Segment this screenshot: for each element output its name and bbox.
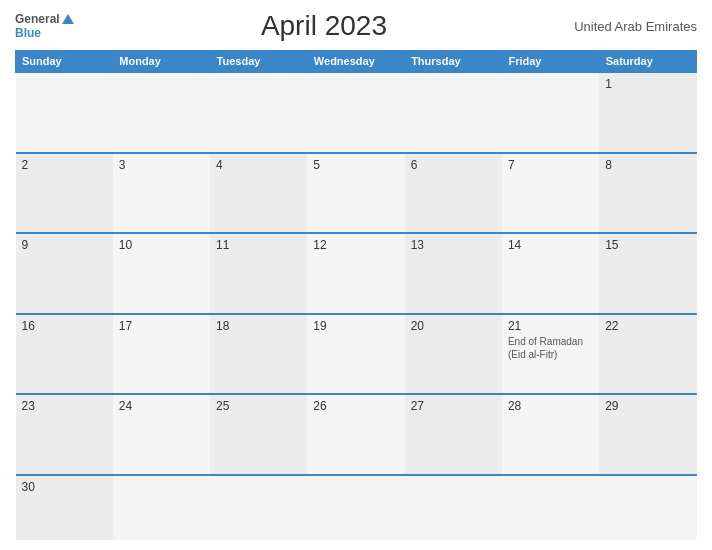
cal-cell: 11	[210, 233, 307, 314]
cal-cell: 19	[307, 314, 404, 395]
cal-cell	[113, 475, 210, 540]
cal-cell: 8	[599, 153, 696, 234]
day-number: 17	[119, 319, 204, 333]
day-number: 29	[605, 399, 690, 413]
day-number: 11	[216, 238, 301, 252]
cal-cell	[307, 72, 404, 153]
day-number: 18	[216, 319, 301, 333]
day-header-saturday: Saturday	[599, 51, 696, 73]
cal-cell	[405, 72, 502, 153]
day-header-thursday: Thursday	[405, 51, 502, 73]
week-row-0: 1	[16, 72, 697, 153]
cal-cell: 29	[599, 394, 696, 475]
cal-cell: 30	[16, 475, 113, 540]
day-number: 6	[411, 158, 496, 172]
cal-cell: 2	[16, 153, 113, 234]
day-number: 23	[22, 399, 107, 413]
day-number: 22	[605, 319, 690, 333]
day-number: 1	[605, 77, 690, 91]
cal-cell: 16	[16, 314, 113, 395]
holiday-label: End of Ramadan (Eid al-Fitr)	[508, 335, 593, 361]
cal-cell: 18	[210, 314, 307, 395]
cal-cell	[113, 72, 210, 153]
cal-cell: 22	[599, 314, 696, 395]
day-number: 26	[313, 399, 398, 413]
cal-cell	[210, 72, 307, 153]
cal-cell	[307, 475, 404, 540]
calendar-title: April 2023	[261, 10, 387, 42]
cal-cell: 1	[599, 72, 696, 153]
day-number: 13	[411, 238, 496, 252]
cal-cell: 4	[210, 153, 307, 234]
cal-cell: 9	[16, 233, 113, 314]
day-header-row: SundayMondayTuesdayWednesdayThursdayFrid…	[16, 51, 697, 73]
cal-cell: 20	[405, 314, 502, 395]
day-number: 27	[411, 399, 496, 413]
cal-cell	[502, 72, 599, 153]
day-number: 20	[411, 319, 496, 333]
day-header-sunday: Sunday	[16, 51, 113, 73]
day-number: 25	[216, 399, 301, 413]
cal-cell: 14	[502, 233, 599, 314]
cal-cell: 5	[307, 153, 404, 234]
cal-cell	[405, 475, 502, 540]
day-number: 2	[22, 158, 107, 172]
day-number: 12	[313, 238, 398, 252]
day-header-tuesday: Tuesday	[210, 51, 307, 73]
day-number: 8	[605, 158, 690, 172]
day-number: 9	[22, 238, 107, 252]
day-header-wednesday: Wednesday	[307, 51, 404, 73]
cal-cell: 3	[113, 153, 210, 234]
day-number: 15	[605, 238, 690, 252]
country-label: United Arab Emirates	[574, 19, 697, 34]
day-number: 24	[119, 399, 204, 413]
cal-cell: 7	[502, 153, 599, 234]
cal-cell: 28	[502, 394, 599, 475]
logo-general-text: General	[15, 12, 60, 26]
day-number: 30	[22, 480, 107, 494]
day-number: 10	[119, 238, 204, 252]
day-header-friday: Friday	[502, 51, 599, 73]
day-number: 21	[508, 319, 593, 333]
week-row-1: 2345678	[16, 153, 697, 234]
cal-cell: 21End of Ramadan (Eid al-Fitr)	[502, 314, 599, 395]
calendar-table: SundayMondayTuesdayWednesdayThursdayFrid…	[15, 50, 697, 540]
cal-cell: 15	[599, 233, 696, 314]
cal-cell: 12	[307, 233, 404, 314]
cal-cell: 24	[113, 394, 210, 475]
cal-cell: 13	[405, 233, 502, 314]
logo-triangle-icon	[62, 14, 74, 24]
cal-cell	[502, 475, 599, 540]
cal-cell	[599, 475, 696, 540]
cal-cell: 17	[113, 314, 210, 395]
day-number: 14	[508, 238, 593, 252]
cal-cell: 6	[405, 153, 502, 234]
day-number: 3	[119, 158, 204, 172]
day-number: 28	[508, 399, 593, 413]
day-number: 7	[508, 158, 593, 172]
week-row-3: 161718192021End of Ramadan (Eid al-Fitr)…	[16, 314, 697, 395]
calendar-container: General Blue April 2023 United Arab Emir…	[0, 0, 712, 550]
cal-cell	[16, 72, 113, 153]
day-number: 19	[313, 319, 398, 333]
cal-cell	[210, 475, 307, 540]
calendar-header: General Blue April 2023 United Arab Emir…	[15, 10, 697, 42]
week-row-4: 23242526272829	[16, 394, 697, 475]
cal-cell: 23	[16, 394, 113, 475]
day-number: 5	[313, 158, 398, 172]
day-header-monday: Monday	[113, 51, 210, 73]
logo-blue-text: Blue	[15, 26, 74, 40]
cal-cell: 27	[405, 394, 502, 475]
week-row-2: 9101112131415	[16, 233, 697, 314]
cal-cell: 25	[210, 394, 307, 475]
logo: General Blue	[15, 12, 74, 41]
cal-cell: 10	[113, 233, 210, 314]
day-number: 4	[216, 158, 301, 172]
week-row-5: 30	[16, 475, 697, 540]
cal-cell: 26	[307, 394, 404, 475]
day-number: 16	[22, 319, 107, 333]
